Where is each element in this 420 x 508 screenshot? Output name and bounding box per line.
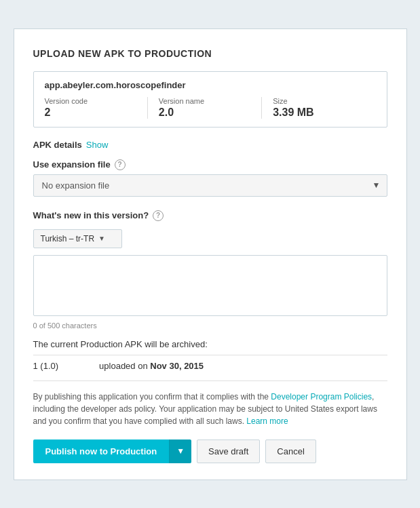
expansion-file-label-row: Use expansion file ?	[33, 159, 387, 170]
apk-details-label: APK details Show	[33, 140, 387, 150]
apk-version-code: Version code 2	[45, 97, 147, 119]
apk-info-box: app.abeyler.com.horoscopefinder Version …	[33, 71, 387, 128]
archive-upload-info: uploaded on Nov 30, 2015	[99, 361, 204, 371]
whats-new-textarea[interactable]	[33, 255, 387, 316]
whats-new-help-icon[interactable]: ?	[153, 210, 164, 221]
whats-new-label: What's new in this version?	[33, 210, 149, 220]
publish-button-group: Publish now to Production ▼	[33, 439, 192, 463]
version-code-label: Version code	[45, 97, 136, 105]
whats-new-label-row: What's new in this version? ?	[33, 210, 387, 221]
archive-row: 1 (1.0) uploaded on Nov 30, 2015	[33, 355, 387, 371]
whats-new-section: What's new in this version? ? Turkish – …	[33, 210, 387, 330]
publish-arrow-icon: ▼	[176, 446, 185, 456]
archive-label: The current Production APK will be archi…	[33, 339, 387, 349]
apk-details-text: APK details	[33, 140, 82, 150]
archive-section: The current Production APK will be archi…	[33, 339, 387, 371]
apk-details-show-link[interactable]: Show	[86, 140, 109, 150]
apk-meta: Version code 2 Version name 2.0 Size 3.3…	[45, 97, 376, 119]
action-bar: Publish now to Production ▼ Save draft C…	[33, 439, 387, 463]
expansion-file-section: Use expansion file ? No expansion file ▼	[33, 159, 387, 197]
version-name-value: 2.0	[159, 106, 250, 119]
language-select-button[interactable]: Turkish – tr-TR ▼	[33, 229, 122, 248]
language-select-label: Turkish – tr-TR	[41, 234, 95, 243]
version-code-value: 2	[45, 106, 136, 119]
language-caret-icon: ▼	[98, 235, 105, 242]
legal-text: By publishing this application you confi…	[33, 391, 387, 427]
learn-more-link[interactable]: Learn more	[246, 416, 288, 426]
expansion-file-help-icon[interactable]: ?	[115, 159, 126, 170]
legal-text-before-link1: By publishing this application you confi…	[33, 392, 271, 402]
archive-version: 1 (1.0)	[33, 361, 59, 371]
apk-size: Size 3.39 MB	[261, 97, 375, 119]
divider	[33, 380, 387, 381]
save-draft-button[interactable]: Save draft	[197, 439, 260, 463]
apk-package-name: app.abeyler.com.horoscopefinder	[45, 80, 376, 90]
expansion-file-label: Use expansion file	[33, 159, 111, 170]
size-value: 3.39 MB	[273, 106, 364, 119]
publish-now-button[interactable]: Publish now to Production	[33, 439, 170, 463]
size-label: Size	[273, 97, 364, 105]
expansion-file-select[interactable]: No expansion file	[33, 174, 387, 197]
cancel-button[interactable]: Cancel	[265, 439, 316, 463]
upload-label: uploaded on	[99, 361, 148, 371]
upload-date: Nov 30, 2015	[150, 361, 204, 371]
char-count: 0 of 500 characters	[33, 321, 387, 330]
expansion-file-dropdown-wrapper: No expansion file ▼	[33, 174, 387, 197]
developer-program-policies-link[interactable]: Developer Program Policies	[271, 392, 372, 402]
publish-dropdown-arrow-button[interactable]: ▼	[169, 439, 191, 463]
apk-version-name: Version name 2.0	[147, 97, 261, 119]
page-title: UPLOAD NEW APK TO PRODUCTION	[33, 48, 387, 59]
version-name-label: Version name	[159, 97, 250, 105]
language-dropdown-wrapper: Turkish – tr-TR ▼	[33, 229, 122, 248]
upload-apk-modal: UPLOAD NEW APK TO PRODUCTION app.abeyler…	[14, 28, 407, 480]
